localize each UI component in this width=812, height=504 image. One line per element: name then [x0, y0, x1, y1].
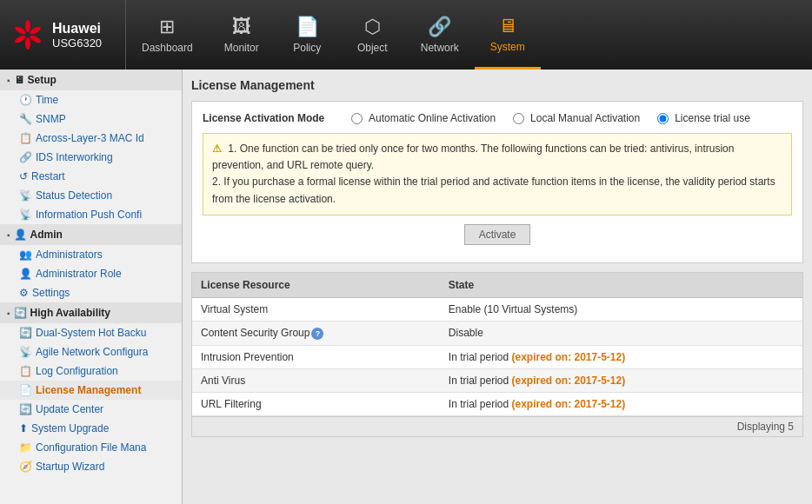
restart-label: Restart	[31, 170, 65, 182]
section-label-setup: Setup	[28, 74, 57, 86]
sidebar-item-ids-interworking[interactable]: 🔗IDS Interworking	[0, 148, 182, 167]
sidebar-item-status-detection[interactable]: 📡Status Detection	[0, 186, 182, 205]
state-text-3: In trial period	[449, 375, 512, 387]
log-config-icon: 📋	[19, 365, 32, 377]
settings-icon: ⚙	[19, 287, 29, 299]
radio-trial-input[interactable]	[657, 113, 669, 124]
main-layout: ▪🖥Setup🕐Time🔧SNMP📋Across-Layer-3 MAC Id🔗…	[0, 70, 812, 504]
page-title: License Management	[191, 78, 803, 92]
system-upgrade-label: System Upgrade	[31, 422, 109, 434]
info-icon: ⚠	[212, 143, 222, 155]
nav-item-network[interactable]: 🔗Network	[405, 0, 475, 70]
policy-nav-label: Policy	[293, 42, 321, 54]
resource-cell-3: Anti Virus	[192, 369, 440, 392]
network-nav-label: Network	[421, 42, 459, 54]
monitor-nav-label: Monitor	[224, 42, 259, 54]
radio-trial[interactable]: License trial use	[657, 112, 750, 124]
svg-point-5	[14, 34, 27, 44]
activation-mode-row: License Activation Mode Automatic Online…	[203, 112, 792, 124]
sidebar-item-settings[interactable]: ⚙Settings	[0, 283, 182, 302]
system-upgrade-icon: ⬆	[19, 422, 28, 434]
sidebar-item-time[interactable]: 🕐Time	[0, 90, 182, 109]
snmp-icon: 🔧	[19, 113, 32, 125]
sidebar-item-administrators[interactable]: 👥Administrators	[0, 245, 182, 264]
state-cell-3: In trial period (expired on: 2017-5-12)	[440, 369, 802, 392]
header: Huawei USG6320 ⊞Dashboard🖼Monitor📄Policy…	[0, 0, 812, 70]
sidebar-item-log-config[interactable]: 📋Log Configuration	[0, 361, 182, 381]
expired-text-4: (expired on: 2017-5-12)	[512, 398, 626, 410]
sidebar-header-high-availability[interactable]: ▪🔄High Availability	[0, 302, 182, 323]
brand-name: Huawei	[52, 21, 102, 36]
collapse-icon-high-availability: ▪	[7, 308, 10, 318]
object-nav-icon: ⬡	[364, 16, 381, 38]
resource-cell-0: Virtual System	[192, 298, 440, 321]
info-line-2: 2. If you purchase a formal license with…	[212, 176, 775, 204]
snmp-label: SNMP	[36, 113, 66, 125]
radio-local-manual-input[interactable]	[513, 113, 524, 124]
sidebar-item-snmp[interactable]: 🔧SNMP	[0, 109, 182, 129]
sidebar-header-setup[interactable]: ▪🖥Setup	[0, 70, 182, 90]
administrators-label: Administrators	[36, 249, 103, 261]
sidebar-item-startup-wizard[interactable]: 🧭Startup Wizard	[0, 457, 182, 476]
time-label: Time	[36, 94, 58, 106]
activate-button[interactable]: Activate	[464, 224, 531, 245]
table-row: Virtual SystemEnable (10 Virtual Systems…	[192, 298, 802, 322]
resource-cell-2: Intrusion Prevention	[192, 346, 440, 368]
sidebar-item-update-center[interactable]: 🔄Update Center	[0, 400, 182, 419]
settings-label: Settings	[32, 287, 70, 299]
radio-auto-online-input[interactable]	[351, 113, 363, 124]
config-file-icon: 📁	[19, 441, 32, 454]
sidebar-item-agile-network[interactable]: 📡Agile Network Configura	[0, 342, 182, 361]
section-label-high-availability: High Availability	[30, 307, 110, 319]
sidebar-section-setup: ▪🖥Setup🕐Time🔧SNMP📋Across-Layer-3 MAC Id🔗…	[0, 70, 182, 224]
network-nav-icon: 🔗	[428, 16, 451, 38]
sidebar-item-admin-role[interactable]: 👤Administrator Role	[0, 264, 182, 283]
state-cell-2: In trial period (expired on: 2017-5-12)	[440, 346, 802, 368]
state-text-2: In trial period	[449, 351, 512, 363]
huawei-logo	[10, 17, 45, 52]
dashboard-nav-label: Dashboard	[142, 42, 193, 54]
nav-item-system[interactable]: 🖥System	[475, 0, 541, 70]
radio-local-manual[interactable]: Local Manual Activation	[513, 112, 640, 124]
startup-wizard-label: Startup Wizard	[36, 461, 104, 473]
ids-interworking-icon: 🔗	[19, 151, 32, 163]
update-center-icon: 🔄	[19, 403, 32, 415]
status-detection-label: Status Detection	[36, 189, 112, 202]
svg-point-6	[14, 25, 27, 36]
folder-icon-admin: 👤	[14, 229, 27, 241]
sidebar: ▪🖥Setup🕐Time🔧SNMP📋Across-Layer-3 MAC Id🔗…	[0, 70, 183, 504]
help-icon-1[interactable]: ?	[311, 328, 323, 340]
sidebar-item-across-layer3[interactable]: 📋Across-Layer-3 MAC Id	[0, 129, 182, 148]
config-file-label: Configuration File Mana	[36, 441, 146, 454]
collapse-icon-admin: ▪	[7, 230, 10, 240]
policy-nav-icon: 📄	[296, 16, 319, 38]
content-area: License Management License Activation Mo…	[183, 70, 812, 504]
info-push-icon: 📡	[19, 209, 32, 221]
nav-item-policy[interactable]: 📄Policy	[275, 0, 340, 70]
model-name: USG6320	[52, 36, 102, 50]
sidebar-item-dual-system[interactable]: 🔄Dual-System Hot Backu	[0, 323, 182, 342]
folder-icon-setup: 🖥	[14, 74, 24, 86]
update-center-label: Update Center	[36, 403, 103, 415]
resource-cell-1: Content Security Group?	[192, 322, 440, 345]
resource-cell-4: URL Filtering	[192, 393, 440, 415]
nav-item-dashboard[interactable]: ⊞Dashboard	[126, 0, 209, 70]
sidebar-item-config-file[interactable]: 📁Configuration File Mana	[0, 438, 182, 457]
dual-system-label: Dual-System Hot Backu	[36, 327, 146, 339]
state-cell-0: Enable (10 Virtual Systems)	[440, 298, 802, 321]
object-nav-label: Object	[357, 42, 388, 54]
displaying-count: Displaying 5	[737, 421, 794, 433]
sidebar-header-admin[interactable]: ▪👤Admin	[0, 224, 182, 245]
sidebar-item-license-mgmt[interactable]: 📄License Management	[0, 381, 182, 400]
admin-role-icon: 👤	[19, 268, 32, 280]
radio-auto-online[interactable]: Automatic Online Activation	[351, 112, 496, 124]
restart-icon: ↺	[19, 170, 28, 182]
nav-item-object[interactable]: ⬡Object	[340, 0, 405, 70]
info-push-label: Information Push Confi	[36, 209, 142, 221]
sidebar-item-system-upgrade[interactable]: ⬆System Upgrade	[0, 419, 182, 438]
license-mgmt-label: License Management	[36, 384, 141, 396]
nav-item-monitor[interactable]: 🖼Monitor	[209, 0, 275, 70]
sidebar-item-info-push[interactable]: 📡Information Push Confi	[0, 205, 182, 224]
sidebar-item-restart[interactable]: ↺Restart	[0, 167, 182, 186]
table-header: License Resource State	[192, 273, 802, 298]
